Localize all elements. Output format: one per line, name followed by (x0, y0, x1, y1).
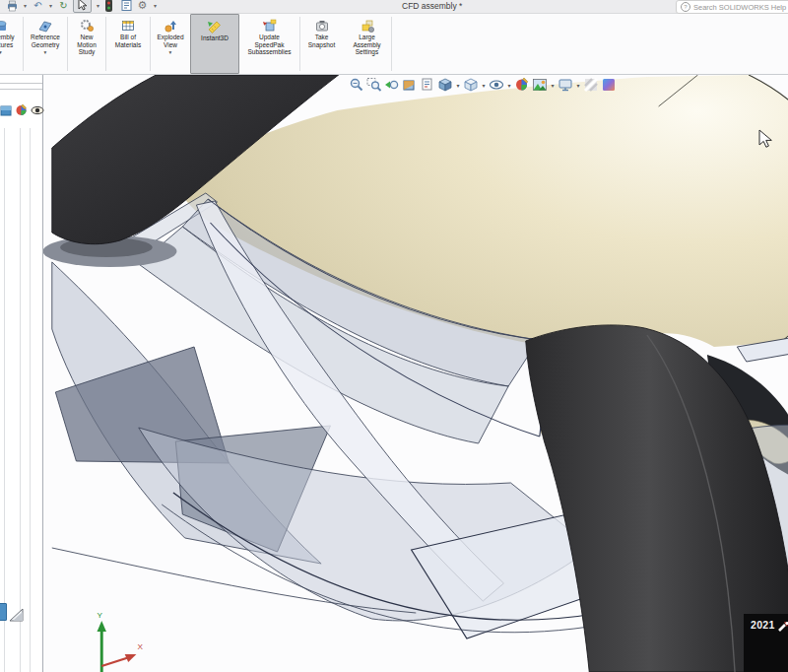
section-view-icon[interactable] (402, 77, 418, 93)
quick-access-toolbar: ▾ ↶ ▾ ↻ ▾ ⚙ ▾ (6, 0, 159, 13)
heads-up-view-toolbar: ▾ ▾ ▾ ▾ ▾ (349, 77, 617, 93)
view-settings-icon[interactable] (558, 77, 573, 93)
hide-show-items-caret[interactable]: ▾ (506, 82, 512, 89)
search-placeholder-text: Search SOLIDWORKS Help (693, 3, 786, 12)
large-assembly-settings-icon (360, 17, 375, 34)
update-speedpak-icon (262, 17, 278, 34)
instant3d-icon (206, 18, 224, 34)
new-motion-study-icon (79, 17, 95, 34)
display-state-icon[interactable] (0, 104, 13, 117)
dropdown-caret[interactable]: ▾ (95, 2, 101, 9)
solidworks-2021-watermark: 2021 (744, 614, 788, 672)
reference-geometry-button[interactable]: Reference Geometry ▾ (24, 14, 67, 74)
realview-icon[interactable] (583, 77, 599, 93)
pane-divider (0, 89, 42, 90)
previous-view-icon[interactable] (384, 77, 400, 93)
assembly-features-button[interactable]: Assembly Features ▾ (0, 14, 23, 74)
zoom-to-fit-icon[interactable] (349, 77, 364, 93)
dropdown-caret[interactable]: ▾ (169, 49, 172, 55)
apply-scene-caret[interactable]: ▾ (550, 82, 556, 89)
tree-item-icon[interactable] (0, 603, 7, 621)
take-snapshot-button[interactable]: Take Snapshot (300, 14, 343, 74)
undo-icon[interactable]: ↶ (32, 0, 44, 12)
pane-divider (0, 83, 42, 84)
dynamic-annotation-views-icon[interactable] (420, 77, 435, 93)
large-assembly-settings-button[interactable]: Large Assembly Settings (343, 14, 391, 74)
dropdown-caret[interactable]: ▾ (22, 2, 29, 9)
edit-appearance-icon[interactable] (514, 77, 530, 93)
display-pane-column-line (4, 128, 5, 672)
stoplight-icon[interactable] (104, 0, 117, 12)
view-orientation-caret[interactable]: ▾ (455, 82, 461, 89)
zoom-to-area-icon[interactable] (366, 77, 382, 93)
instant3d-button[interactable]: Instant3D (190, 14, 239, 74)
dropdown-caret[interactable]: ▾ (0, 49, 2, 55)
dropdown-caret[interactable]: ▾ (47, 2, 54, 9)
triad-x-label: X (138, 643, 143, 651)
document-title: CFD assembly * (402, 1, 462, 11)
appearance-sphere-icon[interactable] (15, 103, 29, 117)
search-solidworks-help[interactable]: ? Search SOLIDWORKS Help (676, 0, 788, 14)
scene-gradient-icon[interactable] (601, 77, 617, 93)
display-style-icon[interactable] (463, 77, 479, 93)
take-snapshot-icon (314, 17, 330, 34)
exploded-view-icon (163, 17, 178, 34)
new-motion-study-button[interactable]: New Motion Study (68, 14, 105, 74)
select-cursor-button[interactable] (73, 0, 92, 13)
transparency-triangle-icon[interactable] (9, 607, 25, 623)
assembly-features-icon (0, 17, 9, 34)
bill-of-materials-icon (120, 17, 136, 34)
reference-geometry-icon (37, 17, 53, 34)
hide-show-items-icon[interactable] (489, 77, 504, 93)
hide-show-eye-icon[interactable] (31, 103, 44, 117)
dropdown-caret[interactable]: ▾ (152, 2, 159, 9)
help-question-icon: ? (681, 2, 690, 12)
solidworks-window: Y X (0, 0, 788, 672)
open-document-icon[interactable] (120, 0, 133, 12)
rebuild-icon[interactable]: ↻ (57, 0, 70, 12)
print-icon[interactable] (6, 0, 19, 12)
rocket-icon (777, 620, 788, 633)
options-gear-icon[interactable]: ⚙ (136, 0, 149, 12)
watermark-year: 2021 (751, 619, 775, 631)
display-pane-column-line (30, 128, 31, 672)
dropdown-caret[interactable]: ▾ (44, 49, 47, 55)
feature-manager-display-pane[interactable] (0, 74, 43, 672)
toolbar-separator (391, 17, 392, 71)
update-speedpak-subassemblies-button[interactable]: Update SpeedPak Subassemblies (239, 14, 299, 74)
viewport-3d-model[interactable]: Y X (0, 0, 788, 672)
mouse-cursor (758, 129, 776, 151)
command-manager-toolbar: Assembly Features ▾ Reference Geometry ▾… (0, 14, 788, 75)
apply-scene-icon[interactable] (532, 77, 548, 93)
display-style-caret[interactable]: ▾ (481, 82, 487, 89)
title-bar: ▾ ↶ ▾ ↻ ▾ ⚙ ▾ CFD assembly * ? (0, 0, 788, 14)
exploded-view-button[interactable]: Exploded View ▾ (151, 14, 190, 74)
triad-y-label: Y (98, 612, 102, 620)
view-orientation-icon[interactable] (437, 77, 453, 93)
display-pane-column-line (20, 128, 21, 672)
bill-of-materials-button[interactable]: Bill of Materials (106, 14, 150, 74)
view-settings-caret[interactable]: ▾ (575, 82, 581, 89)
